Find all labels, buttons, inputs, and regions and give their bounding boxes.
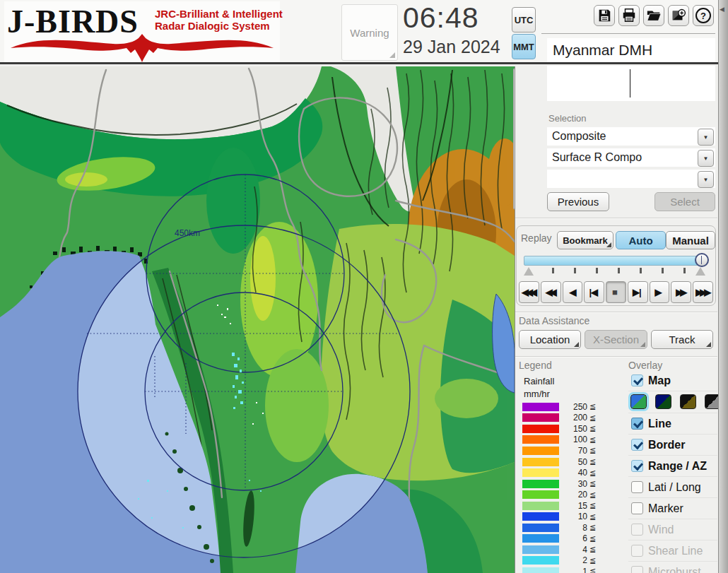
stop-button[interactable]: ■	[606, 281, 626, 303]
slider-start-marker[interactable]	[524, 267, 534, 276]
overlay-item-border[interactable]: Border	[628, 435, 717, 456]
jbirds-logo: J-BIRDS JRC-Brilliant & Intelligent Rada…	[4, 1, 280, 62]
map-style-swatch[interactable]	[630, 394, 647, 409]
site-name-display: Myanmar DMH	[547, 38, 715, 62]
replay-slider-thumb[interactable]	[695, 253, 709, 267]
x-section-label: X-Section	[593, 333, 639, 345]
print-icon	[621, 8, 637, 23]
manual-mode-button[interactable]: Manual	[666, 231, 715, 249]
border-checkbox[interactable]	[631, 439, 643, 451]
help-button[interactable]: ?	[693, 5, 714, 26]
legend-row: 40≦	[522, 467, 606, 478]
jump-end-button[interactable]: ▶▶▶	[693, 281, 713, 303]
legend-row: 100≦	[522, 435, 606, 446]
check-icon	[633, 418, 643, 428]
data-assistance-label: Data Assistance	[519, 315, 589, 326]
bookmark-label: Bookmark	[563, 235, 608, 246]
map-style-swatches	[628, 391, 717, 413]
check-icon	[633, 375, 643, 385]
selection-label: Selection	[548, 113, 586, 124]
clock-time: 06:48	[403, 1, 479, 35]
overlay-item-map[interactable]: Map	[628, 370, 717, 391]
chevron-down-icon[interactable]: ▼	[698, 150, 714, 167]
warning-label: Warning	[350, 27, 389, 39]
slider-end-marker[interactable]	[695, 267, 705, 276]
mmt-toggle-button[interactable]: MMT	[512, 34, 536, 59]
overlay-item-marker[interactable]: Marker	[628, 498, 717, 519]
help-icon: ?	[695, 8, 711, 23]
open-file-button[interactable]	[643, 5, 664, 26]
overlay-item-line[interactable]: Line	[628, 413, 717, 435]
chevron-down-icon[interactable]: ▼	[698, 171, 714, 188]
legend-swatch	[522, 545, 559, 554]
legend-swatch	[522, 413, 559, 422]
overlay-list: Map Line Border Range / AZ	[628, 370, 717, 573]
utc-toggle-button[interactable]: UTC	[512, 7, 536, 33]
range-az-checkbox[interactable]	[631, 460, 643, 472]
fast-rewind-button[interactable]: ◀◀	[541, 281, 561, 303]
chevron-down-icon[interactable]: ▼	[698, 129, 714, 146]
legend-row: 15≦	[522, 500, 606, 512]
legend-row: 250≦	[522, 401, 606, 413]
product-category-dropdown[interactable]: Composite ▼	[547, 127, 715, 146]
fast-forward-button[interactable]: ▶▶	[671, 281, 691, 303]
overlay-item-range-az[interactable]: Range / AZ	[628, 456, 717, 477]
step-forward-button[interactable]: ▶|	[628, 281, 648, 303]
replay-group: Replay Bookmark Auto Manual	[516, 225, 716, 306]
track-label: Track	[669, 333, 695, 345]
legend-unit-line2: mm/hr	[524, 389, 550, 399]
rainfall-legend: 250≦ 200≦ 150≦ 100≦ 70≦ 50≦ 40≦ 30≦ 20≦ …	[522, 401, 606, 573]
print-button[interactable]	[618, 5, 640, 26]
map-canvas[interactable]: 450km	[0, 66, 515, 573]
collapse-arrow-icon: ◀	[720, 6, 724, 13]
location-label: Location	[530, 333, 570, 345]
auto-label: Auto	[628, 235, 652, 247]
legend-row: 30≦	[522, 478, 606, 490]
product-type-dropdown[interactable]: Surface R Compo ▼	[547, 148, 715, 167]
map-checkbox[interactable]	[631, 374, 643, 386]
jump-start-button[interactable]: ◀◀◀	[519, 281, 539, 303]
legend-swatch	[522, 567, 559, 573]
legend-swatch	[522, 556, 559, 565]
legend-swatch	[522, 490, 559, 499]
play-button[interactable]: ▶	[650, 281, 670, 303]
lati-long-checkbox[interactable]	[631, 481, 643, 493]
play-backward-button[interactable]: ◀	[563, 281, 583, 303]
map-style-swatch[interactable]	[680, 394, 696, 409]
step-back-button[interactable]: |◀	[584, 281, 604, 303]
save-button[interactable]	[594, 5, 615, 26]
marker-checkbox[interactable]	[631, 502, 643, 514]
track-button[interactable]: Track	[651, 330, 713, 349]
select-button[interactable]: Select	[654, 192, 715, 211]
logo-subtitle: JRC-Brilliant & Intelligent Radar Dialog…	[155, 8, 283, 32]
panel-collapse-strip[interactable]: ◀	[718, 0, 728, 573]
replay-slider-ticks	[524, 266, 707, 276]
check-icon	[633, 461, 643, 471]
legend-swatch	[522, 502, 559, 510]
legend-row: 6≦	[522, 533, 606, 545]
map-viewport[interactable]: 450km	[0, 66, 515, 573]
legend-swatch	[522, 480, 559, 488]
auto-mode-button[interactable]: Auto	[616, 231, 666, 249]
product-option-dropdown[interactable]: ▼	[547, 170, 715, 188]
line-checkbox[interactable]	[631, 418, 643, 430]
previous-button[interactable]: Previous	[547, 192, 609, 211]
legend-row: 10≦	[522, 511, 606, 522]
capture-add-icon	[671, 8, 686, 23]
replay-timeline-slider[interactable]	[524, 256, 707, 266]
microburst-checkbox	[631, 566, 643, 573]
product-type-value: Surface R Compo	[552, 151, 642, 164]
location-button[interactable]: Location	[519, 330, 581, 349]
bookmark-button[interactable]: Bookmark	[557, 231, 613, 249]
wind-checkbox	[631, 524, 643, 536]
overlay-item-lati-long[interactable]: Lati / Long	[628, 477, 717, 498]
x-section-button[interactable]: X-Section	[585, 330, 647, 349]
legend-row: 150≦	[522, 423, 606, 435]
legend-row: 8≦	[522, 522, 606, 533]
map-style-swatch[interactable]	[655, 394, 671, 409]
utc-label: UTC	[515, 15, 534, 25]
legend-swatch	[522, 458, 559, 466]
warning-button[interactable]: Warning	[341, 4, 398, 61]
capture-add-button[interactable]	[668, 5, 689, 26]
legend-swatch	[522, 534, 559, 543]
